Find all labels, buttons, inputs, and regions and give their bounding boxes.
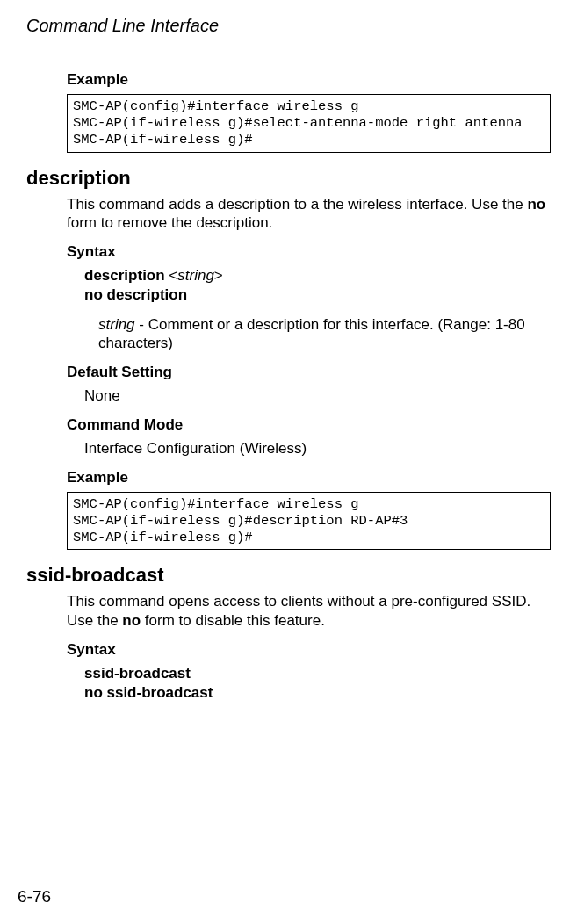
- description-intro-post: form to remove the description.: [67, 214, 272, 231]
- description-mode-label: Command Mode: [67, 416, 551, 434]
- description-example-code: SMC-AP(config)#interface wireless g SMC-…: [67, 492, 551, 551]
- body-column: Example SMC-AP(config)#interface wireles…: [67, 71, 551, 702]
- ssid-syntax-cmd1: ssid-broadcast: [84, 665, 191, 682]
- description-arg-text: - Comment or a description for this inte…: [98, 316, 525, 352]
- description-default-value: None: [84, 386, 551, 406]
- ssid-syntax-cmd2: no ssid-broadcast: [84, 684, 213, 701]
- description-intro-bold: no: [527, 196, 545, 213]
- page: Command Line Interface Example SMC-AP(co…: [0, 0, 577, 924]
- ssid-intro-bold: no: [122, 612, 141, 629]
- description-syntax-label: Syntax: [67, 243, 551, 261]
- description-arg-desc: string - Comment or a description for th…: [98, 315, 551, 354]
- description-arg-name: string: [98, 316, 135, 333]
- example1-code: SMC-AP(config)#interface wireless g SMC-…: [67, 94, 551, 153]
- example1-label: Example: [67, 71, 551, 89]
- description-default-label: Default Setting: [67, 364, 551, 381]
- description-example-label: Example: [67, 469, 551, 487]
- description-syntax-cmd1-kw: description: [84, 267, 165, 284]
- ssid-syntax-block: ssid-broadcast no ssid-broadcast: [84, 664, 551, 703]
- description-syntax-block: description <string> no description: [84, 266, 551, 305]
- ssid-intro: This command opens access to clients wit…: [67, 592, 551, 631]
- ssid-syntax-label: Syntax: [67, 641, 551, 659]
- ssid-heading: ssid-broadcast: [26, 564, 551, 587]
- description-syntax-cmd1-arg: string: [177, 267, 214, 284]
- description-heading: description: [26, 167, 551, 190]
- page-number: 6-76: [18, 887, 51, 906]
- ssid-intro-post: form to disable this feature.: [141, 612, 325, 629]
- description-intro-pre: This command adds a description to a the…: [67, 196, 527, 213]
- description-mode-value: Interface Configuration (Wireless): [84, 439, 551, 458]
- description-syntax-cmd2: no description: [84, 286, 187, 303]
- running-header: Command Line Interface: [26, 16, 551, 36]
- description-intro: This command adds a description to a the…: [67, 195, 551, 234]
